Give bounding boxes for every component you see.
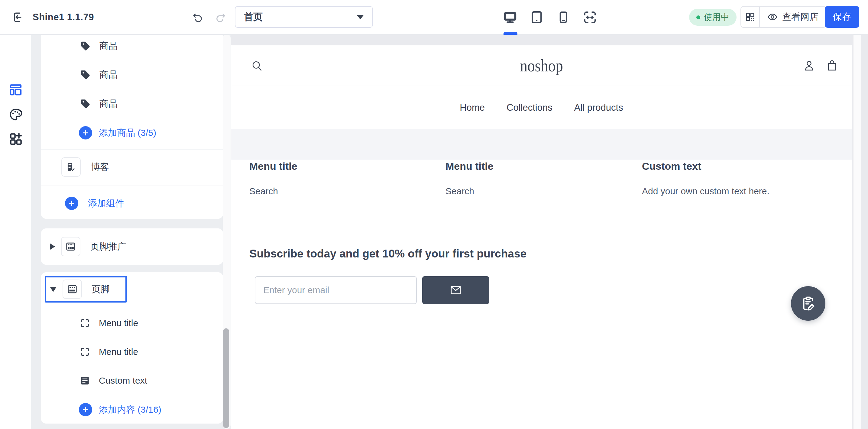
cart-bag-icon[interactable]	[825, 59, 839, 73]
sidebar-item-footer-promo[interactable]: 页脚推广	[50, 237, 201, 256]
redo-button[interactable]	[214, 10, 227, 24]
footer-custom-text-column: Custom text Add your own custom text her…	[642, 160, 770, 196]
account-icon[interactable]	[802, 59, 816, 73]
footer-menu-column: Menu title Search	[445, 160, 494, 196]
tag-icon	[80, 98, 91, 110]
preview-scrollbar-track[interactable]	[854, 34, 861, 429]
desktop-icon	[503, 10, 518, 25]
expand-arrow-icon[interactable]	[50, 287, 57, 292]
footer-link-search[interactable]: Search	[445, 186, 494, 196]
footer-menu-column: Menu title Search	[249, 160, 298, 196]
card-divider	[41, 185, 223, 185]
add-component-button[interactable]: 添加组件	[65, 194, 198, 213]
card-divider	[41, 149, 223, 150]
eye-icon	[767, 11, 778, 22]
collapse-arrow-icon[interactable]	[50, 243, 55, 250]
footer-column-title: Menu title	[249, 160, 298, 172]
page-selector-dropdown[interactable]: 首页	[235, 6, 373, 28]
desktop-preview-button[interactable]	[502, 7, 519, 28]
blocks-plus-icon	[8, 132, 23, 146]
theme-editor-window: Shine1 1.1.79	[0, 0, 868, 429]
save-button[interactable]: 保存	[825, 6, 859, 28]
apps-blocks-tab-button[interactable]	[8, 132, 23, 146]
footer-link-search[interactable]: Search	[249, 186, 298, 196]
fullwidth-preview-button[interactable]	[582, 7, 598, 28]
undo-button[interactable]	[191, 10, 204, 24]
footer-custom-text: Add your own custom text here.	[642, 186, 770, 196]
plus-icon	[79, 403, 92, 416]
footer-column-title: Menu title	[445, 160, 494, 172]
plus-icon	[65, 197, 78, 210]
status-badge: 使用中	[689, 9, 737, 26]
palette-icon	[8, 107, 23, 122]
theme-name: Shine1 1.1.79	[33, 12, 94, 23]
exit-icon	[11, 10, 24, 24]
sidebar-item-menu-title[interactable]: Menu title	[80, 313, 207, 333]
editor-left-rail	[0, 34, 31, 429]
nav-link-all-products[interactable]: All products	[574, 102, 623, 113]
layout-sections-icon	[8, 83, 23, 97]
text-block-icon	[80, 375, 90, 386]
store-logo[interactable]: noshop	[231, 46, 852, 86]
sidebar-item-blog[interactable]: 博客	[61, 157, 207, 177]
sidebar-item-product[interactable]: 商品	[80, 65, 213, 84]
tablet-icon	[530, 10, 544, 24]
sidebar-item-product[interactable]: 商品	[80, 36, 213, 56]
footer-column-title: Custom text	[642, 160, 770, 172]
edit-notes-fab[interactable]	[791, 286, 826, 321]
add-content-button[interactable]: 添加内容 (3/16)	[79, 400, 212, 419]
nav-link-collections[interactable]: Collections	[506, 102, 553, 113]
nav-link-home[interactable]: Home	[460, 102, 485, 113]
topbar: Shine1 1.1.79	[0, 0, 868, 35]
crop-corners-icon	[80, 346, 90, 357]
theme-style-tab-button[interactable]	[8, 107, 23, 122]
tag-icon	[80, 40, 91, 52]
exit-editor-button[interactable]	[10, 10, 25, 25]
subscribe-submit-button[interactable]	[422, 276, 489, 304]
chevron-down-icon	[356, 15, 364, 19]
add-product-button[interactable]: 添加商品 (3/5)	[79, 123, 212, 143]
sections-tab-button[interactable]	[8, 83, 23, 97]
mobile-preview-button[interactable]	[555, 7, 572, 28]
email-input[interactable]	[255, 276, 417, 304]
view-store-label: 查看网店	[782, 11, 818, 23]
clipboard-edit-icon	[800, 295, 817, 312]
page-selector-value: 首页	[244, 10, 262, 23]
expand-width-icon	[583, 10, 597, 25]
undo-icon	[192, 11, 204, 23]
component-tree-panel: 商品 商品 商品 添加商品 (3/5	[31, 34, 231, 429]
status-dot-icon	[696, 16, 700, 19]
preview-footer-section: Menu title Search Menu title Search Cust…	[231, 160, 852, 429]
mobile-icon	[557, 10, 570, 24]
sidebar-item-footer[interactable]: 页脚	[50, 280, 201, 299]
store-preview-page: noshop Home Collections A	[231, 46, 852, 429]
sidebar-scrollbar-track[interactable]	[223, 34, 230, 429]
qr-code-button[interactable]	[741, 7, 760, 27]
store-actions-group: 查看网店	[740, 6, 826, 28]
active-device-underline	[503, 32, 518, 35]
empty-content-band	[231, 129, 852, 160]
view-store-button[interactable]: 查看网店	[760, 7, 826, 27]
envelope-icon	[450, 284, 462, 296]
sidebar-item-custom-text[interactable]: Custom text	[80, 371, 207, 390]
tablet-preview-button[interactable]	[528, 7, 545, 28]
qr-code-icon	[745, 12, 755, 22]
sidebar-scrollbar-thumb[interactable]	[223, 328, 229, 428]
sidebar-item-menu-title[interactable]: Menu title	[80, 342, 207, 362]
footer-icon	[63, 280, 82, 299]
subscribe-heading: Subscribe today and get 10% off your fir…	[249, 248, 526, 260]
sidebar-item-product[interactable]: 商品	[80, 94, 213, 113]
preview-header: noshop	[231, 46, 852, 86]
footer-promo-icon	[61, 237, 81, 256]
preview-nav: Home Collections All products	[231, 86, 852, 129]
blog-icon	[61, 157, 81, 177]
device-preview-switcher	[502, 0, 598, 34]
crop-corners-icon	[80, 318, 90, 328]
redo-icon	[215, 11, 226, 23]
plus-icon	[79, 126, 92, 140]
tag-icon	[80, 69, 91, 81]
